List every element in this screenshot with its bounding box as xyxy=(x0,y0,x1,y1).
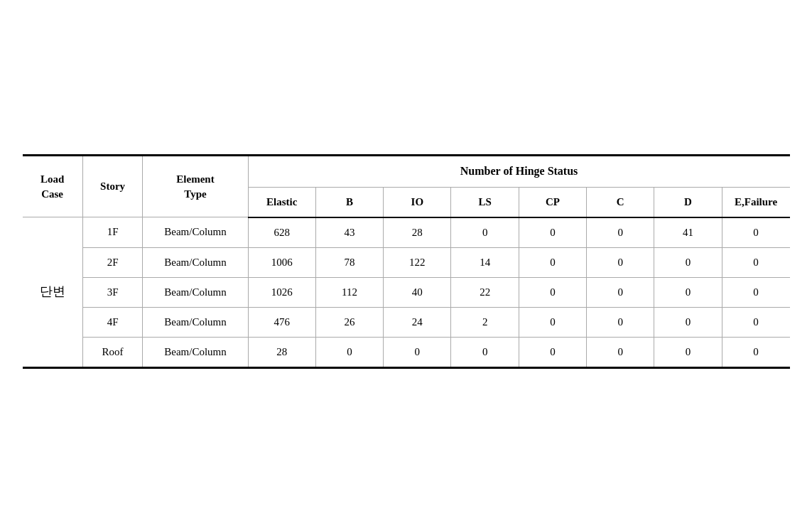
table-row: Roof Beam/Column 28 0 0 0 0 0 0 0 xyxy=(23,337,790,367)
story-cell-3f: 3F xyxy=(82,277,143,307)
val-4f-c: 0 xyxy=(587,307,654,337)
table-row: 단변 1F Beam/Column 628 43 28 0 0 0 41 0 xyxy=(23,217,790,248)
val-roof-ls: 0 xyxy=(451,337,519,367)
val-2f-d: 0 xyxy=(654,247,722,277)
val-roof-e: 0 xyxy=(722,337,789,367)
val-1f-b: 43 xyxy=(315,217,383,248)
val-3f-d: 0 xyxy=(654,277,722,307)
val-4f-d: 0 xyxy=(654,307,722,337)
table-row: 4F Beam/Column 476 26 24 2 0 0 0 0 xyxy=(23,307,790,337)
val-4f-elastic: 476 xyxy=(248,307,315,337)
val-roof-c: 0 xyxy=(587,337,654,367)
col-io: IO xyxy=(384,187,451,217)
load-case-cell: 단변 xyxy=(23,217,83,368)
val-1f-elastic: 628 xyxy=(248,217,315,248)
val-2f-ls: 14 xyxy=(451,247,519,277)
val-1f-cp: 0 xyxy=(519,217,586,248)
val-2f-io: 122 xyxy=(384,247,451,277)
val-1f-e: 0 xyxy=(722,217,789,248)
col-ls: LS xyxy=(451,187,519,217)
val-3f-cp: 0 xyxy=(519,277,586,307)
val-3f-b: 112 xyxy=(315,277,383,307)
table-row: 2F Beam/Column 1006 78 122 14 0 0 0 0 xyxy=(23,247,790,277)
val-2f-cp: 0 xyxy=(519,247,586,277)
element-type-cell-3f: Beam/Column xyxy=(143,277,248,307)
table-wrapper: LoadCase Story ElementType Number of Hin… xyxy=(23,154,790,368)
val-2f-c: 0 xyxy=(587,247,654,277)
element-type-cell-roof: Beam/Column xyxy=(143,337,248,367)
story-cell-1f: 1F xyxy=(82,217,143,248)
val-roof-cp: 0 xyxy=(519,337,586,367)
story-header: Story xyxy=(82,156,143,217)
val-2f-e: 0 xyxy=(722,247,789,277)
table-row: 3F Beam/Column 1026 112 40 22 0 0 0 0 xyxy=(23,277,790,307)
col-d: D xyxy=(654,187,722,217)
header-row-1: LoadCase Story ElementType Number of Hin… xyxy=(23,156,790,187)
val-4f-b: 26 xyxy=(315,307,383,337)
story-cell-2f: 2F xyxy=(82,247,143,277)
val-4f-io: 24 xyxy=(384,307,451,337)
val-3f-io: 40 xyxy=(384,277,451,307)
val-3f-c: 0 xyxy=(587,277,654,307)
val-3f-elastic: 1026 xyxy=(248,277,315,307)
col-b: B xyxy=(315,187,383,217)
val-roof-elastic: 28 xyxy=(248,337,315,367)
val-1f-d: 41 xyxy=(654,217,722,248)
col-e-failure: E,Failure xyxy=(722,187,789,217)
element-type-cell-1f: Beam/Column xyxy=(143,217,248,248)
val-2f-b: 78 xyxy=(315,247,383,277)
col-cp: CP xyxy=(519,187,586,217)
val-3f-e: 0 xyxy=(722,277,789,307)
element-type-cell-2f: Beam/Column xyxy=(143,247,248,277)
val-4f-e: 0 xyxy=(722,307,789,337)
load-case-header: LoadCase xyxy=(23,156,83,217)
story-cell-roof: Roof xyxy=(82,337,143,367)
element-type-header: ElementType xyxy=(143,156,248,217)
hinge-status-table: LoadCase Story ElementType Number of Hin… xyxy=(23,154,790,368)
hinge-status-header: Number of Hinge Status xyxy=(248,156,789,187)
val-3f-ls: 22 xyxy=(451,277,519,307)
val-roof-io: 0 xyxy=(384,337,451,367)
story-cell-4f: 4F xyxy=(82,307,143,337)
val-roof-b: 0 xyxy=(315,337,383,367)
val-2f-elastic: 1006 xyxy=(248,247,315,277)
val-4f-cp: 0 xyxy=(519,307,586,337)
val-1f-io: 28 xyxy=(384,217,451,248)
col-elastic: Elastic xyxy=(248,187,315,217)
val-4f-ls: 2 xyxy=(451,307,519,337)
val-1f-c: 0 xyxy=(587,217,654,248)
val-1f-ls: 0 xyxy=(451,217,519,248)
val-roof-d: 0 xyxy=(654,337,722,367)
col-c: C xyxy=(587,187,654,217)
element-type-cell-4f: Beam/Column xyxy=(143,307,248,337)
